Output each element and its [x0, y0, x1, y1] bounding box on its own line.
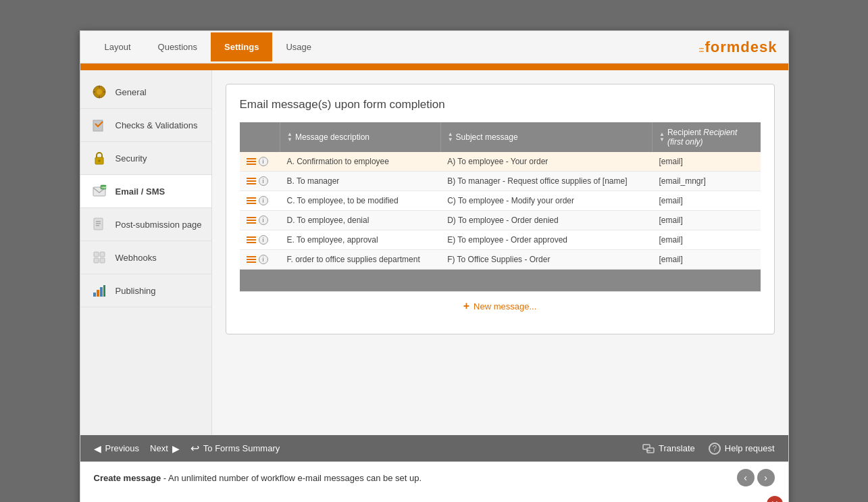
sort-arrows-desc: ▲▼	[287, 132, 292, 143]
row-controls-cell: i	[240, 250, 280, 270]
svg-rect-16	[93, 293, 96, 297]
row-description: C. To employee, to be modified	[280, 191, 441, 211]
bottom-nav-arrows: ‹ ›	[737, 469, 775, 486]
row-controls: i	[247, 157, 274, 166]
drag-handle-icon[interactable]	[247, 197, 256, 204]
row-recipient: [email]	[653, 211, 761, 230]
row-controls: i	[247, 196, 274, 205]
row-subject: B) To manager - Request office supplies …	[440, 172, 652, 191]
table-row[interactable]: i E. To employee, approval E) To employe…	[240, 230, 761, 250]
bottom-prev-button[interactable]: ‹	[737, 469, 755, 486]
info-button[interactable]: i	[259, 157, 268, 166]
drag-handle-icon[interactable]	[247, 236, 256, 243]
sidebar-label-webhooks: Webhooks	[116, 253, 157, 263]
panel-title: Email message(s) upon form completion	[240, 98, 761, 111]
sidebar-item-general[interactable]: General	[80, 76, 211, 109]
content-area: General Checks & Validations	[80, 70, 788, 435]
next-button[interactable]: Next ▶	[150, 443, 180, 454]
bottom-next-button[interactable]: ›	[757, 469, 775, 486]
security-icon	[90, 149, 109, 168]
table-row[interactable]: i A. Confirmation to employee A) To empl…	[240, 152, 761, 172]
sidebar-label-general: General	[116, 87, 147, 97]
drag-handle-icon[interactable]	[247, 256, 256, 263]
previous-button[interactable]: ◀ Previous	[94, 443, 140, 454]
logo: :::formdesk	[698, 39, 777, 56]
svg-rect-18	[100, 287, 103, 297]
row-controls-cell: i	[240, 230, 280, 250]
table-row[interactable]: i D. To employee, denial D) To employee …	[240, 211, 761, 230]
col-message-description[interactable]: ▲▼ Message description	[280, 122, 441, 152]
nav-tabs: Layout Questions Settings Usage	[91, 32, 699, 61]
sidebar-item-publishing[interactable]: Publishing	[80, 274, 211, 307]
new-message-area: + New message...	[240, 291, 761, 320]
help-request-button[interactable]: ? Help request	[709, 443, 775, 455]
svg-rect-13	[100, 252, 105, 257]
info-button[interactable]: i	[259, 216, 268, 225]
row-description: D. To employee, denial	[280, 211, 441, 230]
svg-rect-9	[96, 221, 101, 222]
orange-divider	[80, 64, 788, 70]
top-nav: Layout Questions Settings Usage :::formd…	[80, 31, 788, 64]
help-request-label: Help request	[725, 443, 775, 453]
row-controls: i	[247, 216, 274, 225]
row-controls: i	[247, 235, 274, 245]
arrow-right-icon: ▶	[172, 443, 180, 454]
table-row[interactable]: i B. To manager B) To manager - Request …	[240, 172, 761, 191]
svg-rect-19	[103, 285, 105, 297]
drag-handle-icon[interactable]	[247, 178, 256, 184]
col-controls	[240, 122, 280, 152]
row-subject: A) To employee - Your order	[440, 152, 652, 172]
panel-box: Email message(s) upon form completion ▲▼…	[226, 84, 775, 334]
webhooks-icon	[90, 248, 109, 267]
sidebar-item-checks[interactable]: Checks & Validations	[80, 109, 211, 142]
svg-rect-14	[94, 258, 99, 263]
col-subject-message[interactable]: ▲▼ Subject message	[440, 122, 652, 152]
row-recipient: [email_mngr]	[653, 172, 761, 191]
sidebar-label-checks: Checks & Validations	[116, 120, 198, 130]
to-forms-summary-label: To Forms Summary	[203, 443, 280, 453]
drag-handle-icon[interactable]	[247, 217, 256, 224]
sidebar-item-post-submission[interactable]: Post-submission page	[80, 208, 211, 241]
col-subj-label: Subject message	[456, 132, 518, 142]
sidebar-item-webhooks[interactable]: Webhooks	[80, 241, 211, 274]
next-label: Next	[150, 443, 168, 453]
checks-icon	[90, 116, 109, 134]
translate-button[interactable]: abc Translate	[642, 443, 695, 455]
info-button[interactable]: i	[259, 235, 268, 245]
tab-settings[interactable]: Settings	[211, 32, 272, 61]
col-recipient[interactable]: ▲▼ Recipient Recipient (first only)	[653, 122, 761, 152]
to-forms-summary-button[interactable]: ↩ To Forms Summary	[190, 442, 280, 455]
footer-bar: ◀ Previous Next ▶ ↩ To Forms Summary abc	[80, 435, 788, 461]
close-button[interactable]: ✕	[767, 496, 783, 502]
close-x-area: ✕	[80, 493, 788, 502]
row-description: B. To manager	[280, 172, 441, 191]
translate-label: Translate	[659, 443, 695, 453]
col-desc-label: Message description	[295, 132, 369, 142]
svg-rect-17	[97, 290, 99, 297]
row-controls-cell: i	[240, 211, 280, 230]
sidebar-item-email-sms[interactable]: SMS Email / SMS	[80, 175, 211, 208]
drag-handle-icon[interactable]	[247, 158, 256, 165]
bottom-info-desc: - An unlimited number of workflow e-mail…	[161, 473, 422, 483]
previous-label: Previous	[105, 443, 140, 453]
new-message-button[interactable]: + New message...	[463, 300, 537, 312]
info-button[interactable]: i	[259, 255, 268, 264]
footer-right: abc Translate ? Help request	[642, 443, 774, 455]
svg-point-1	[97, 89, 102, 95]
info-button[interactable]: i	[259, 176, 268, 186]
info-button[interactable]: i	[259, 196, 268, 205]
row-controls: i	[247, 176, 274, 186]
svg-rect-12	[94, 252, 99, 257]
main-panel: Email message(s) upon form completion ▲▼…	[212, 70, 788, 435]
svg-rect-11	[96, 225, 99, 226]
tab-layout[interactable]: Layout	[91, 32, 145, 61]
sidebar-item-security[interactable]: Security	[80, 142, 211, 175]
row-subject: E) To employee - Order approved	[440, 230, 652, 250]
table-row[interactable]: i F. order to office supplies department…	[240, 250, 761, 270]
row-description: F. order to office supplies department	[280, 250, 441, 270]
table-row[interactable]: i C. To employee, to be modified C) To e…	[240, 191, 761, 211]
col-recip-label: Recipient Recipient (first only)	[667, 128, 754, 147]
row-description: A. Confirmation to employee	[280, 152, 441, 172]
tab-questions[interactable]: Questions	[145, 32, 211, 61]
tab-usage[interactable]: Usage	[272, 32, 325, 61]
